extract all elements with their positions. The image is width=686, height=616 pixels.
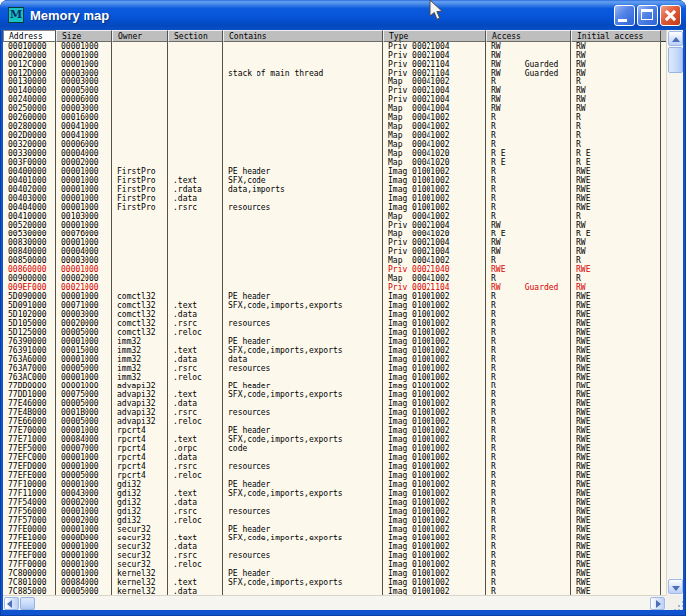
- table-row[interactable]: 0053000000076000Map 00041020R ER E: [3, 230, 666, 238]
- table-row[interactable]: 0083000000001000Priv 00021004RWRW: [3, 238, 666, 247]
- resize-grip[interactable]: [666, 595, 683, 610]
- column-header-access[interactable]: Access: [486, 30, 571, 42]
- table-row[interactable]: 0014000000005000Priv 00021004RWRW: [3, 86, 666, 95]
- table-row[interactable]: 0040400000001000FirstPro.rsrcresourcesIm…: [3, 203, 666, 212]
- table-row[interactable]: 0012C00000001000Priv 00021104RW GuardedR…: [3, 60, 666, 69]
- scroll-down-button[interactable]: [668, 579, 683, 594]
- table-row[interactable]: 77FE10000000D000secur32.textSFX,code,imp…: [3, 534, 666, 542]
- cell-owner: comctl32: [112, 292, 168, 301]
- table-row[interactable]: 77FEE00000001000secur32.dataImag 0100100…: [3, 542, 666, 551]
- table-row[interactable]: 0084000000004000Priv 00021004RWRW: [3, 247, 666, 256]
- table-row[interactable]: 5D12500000005000comctl32.relocImag 01001…: [3, 328, 666, 337]
- table-row[interactable]: 7C88500000005000kernel32.dataImag 010010…: [3, 587, 666, 595]
- cell-contains: data: [223, 355, 383, 364]
- table-row[interactable]: 5D09100000071000comctl32.textSFX,code,im…: [3, 301, 666, 310]
- table-row[interactable]: 77EFC00000001000rpcrt4.dataImag 01001002…: [3, 453, 666, 462]
- cell-type: Map 00041002: [383, 122, 486, 131]
- scroll-up-button[interactable]: [668, 31, 683, 46]
- table-row[interactable]: 77E4600000005000advapi32.dataImag 010010…: [3, 399, 666, 408]
- table-row[interactable]: 0040100000001000FirstPro.textSFX,codeIma…: [3, 176, 666, 185]
- table-row[interactable]: 7639000000001000imm32PE headerImag 01001…: [3, 337, 666, 346]
- cell-size: 00001000: [56, 238, 112, 247]
- table-row[interactable]: 77DD100000075000advapi32.textSFX,code,im…: [3, 390, 666, 399]
- table-row[interactable]: 77FF000000001000secur32.relocImag 010010…: [3, 560, 666, 569]
- table-row[interactable]: 0001000000001000Priv 00021004RWRW: [3, 42, 666, 51]
- cell-type: Imag 01001002: [383, 292, 486, 301]
- table-row[interactable]: 0040200000001000FirstPro.rdatadata,impor…: [3, 185, 666, 194]
- table-row[interactable]: 763A700000005000imm32.rsrcresourcesImag …: [3, 364, 666, 373]
- table-row[interactable]: 77EFE00000005000rpcrt4.relocImag 0100100…: [3, 471, 666, 480]
- table-row[interactable]: 7639100000015000imm32.textSFX,code,impor…: [3, 346, 666, 355]
- table-row[interactable]: 0086000000001000Priv 00021040RWERWE: [3, 265, 666, 274]
- maximize-button[interactable]: [637, 5, 658, 26]
- table-row[interactable]: 002D000000041000Map 00041002RR: [3, 131, 666, 140]
- column-header-type[interactable]: Type: [383, 30, 486, 42]
- horizontal-scrollbar[interactable]: [3, 595, 666, 610]
- table-row[interactable]: 77E7100000084000rpcrt4.textSFX,code,impo…: [3, 435, 666, 444]
- column-header-address[interactable]: Address: [3, 30, 56, 42]
- cell-address: 76391000: [3, 346, 56, 355]
- table-row[interactable]: 77F5600000001000gdi32.rsrcresourcesImag …: [3, 507, 666, 516]
- table-row[interactable]: 763AC00000001000imm32.relocImag 01001002…: [3, 373, 666, 382]
- cell-initial-access: R: [571, 140, 661, 149]
- column-header-initial-access[interactable]: Initial access: [571, 30, 661, 42]
- table-row[interactable]: 0041000000103000Map 00041002RR: [3, 212, 666, 221]
- scroll-right-button[interactable]: [650, 597, 665, 610]
- table-row[interactable]: 0013000000003000Map 00041002RR: [3, 77, 666, 86]
- close-button[interactable]: [660, 5, 681, 26]
- table-row[interactable]: 0032000000006000Map 00041002RR: [3, 140, 666, 149]
- table-row[interactable]: 5D09000000001000comctl32PE headerImag 01…: [3, 292, 666, 301]
- table-row[interactable]: 77F1100000043000gdi32.textSFX,code,impor…: [3, 489, 666, 498]
- title-bar[interactable]: M Memory map: [0, 0, 686, 30]
- table-row[interactable]: 0002000000001000Priv 00021004RWRW: [3, 51, 666, 60]
- table-row[interactable]: 77E7000000001000rpcrt4PE headerImag 0100…: [3, 426, 666, 435]
- cell-section: .data: [168, 542, 223, 551]
- table-row[interactable]: 0033000000004000Map 00041020R ER E: [3, 149, 666, 158]
- column-header-size[interactable]: Size: [56, 30, 112, 42]
- cell-access: R: [486, 525, 571, 534]
- table-row[interactable]: 0026000000016000Map 00041002RR: [3, 113, 666, 122]
- minimize-button[interactable]: [614, 5, 635, 26]
- vertical-scroll-thumb[interactable]: [668, 47, 683, 73]
- table-row[interactable]: 77EF500000007000rpcrt4.orpccodeImag 0100…: [3, 444, 666, 453]
- table-row[interactable]: 0090000000002000Map 00041002RR: [3, 274, 666, 283]
- table-row[interactable]: 77DD000000001000advapi32PE headerImag 01…: [3, 382, 666, 390]
- table-row[interactable]: 7C80100000084000kernel32.textSFX,code,im…: [3, 578, 666, 587]
- table-row[interactable]: 763A600000001000imm32.datadataImag 01001…: [3, 355, 666, 364]
- table-row[interactable]: 77F1000000001000gdi32PE headerImag 01001…: [3, 480, 666, 489]
- table-row[interactable]: 009EF00000021000Priv 00021104RW GuardedR…: [3, 283, 666, 292]
- vertical-scrollbar[interactable]: [666, 30, 683, 595]
- cell-size: 00002000: [56, 158, 112, 167]
- table-row[interactable]: 0025000000003000Map 00041004RWRW: [3, 104, 666, 113]
- table-row[interactable]: 77EFD00000001000rpcrt4.rsrcresourcesImag…: [3, 462, 666, 471]
- table-row[interactable]: 77FE000000001000secur32PE headerImag 010…: [3, 525, 666, 534]
- cell-access: RW Guarded: [486, 69, 571, 77]
- table-row[interactable]: 0085000000003000Map 00041002RR: [3, 256, 666, 265]
- cell-access: R: [486, 408, 571, 417]
- table-row[interactable]: 0040000000001000FirstProPE headerImag 01…: [3, 167, 666, 176]
- column-header-owner[interactable]: Owner: [112, 30, 168, 42]
- column-header-section[interactable]: Section: [168, 30, 223, 42]
- table-row[interactable]: 5D10200000003000comctl32.dataImag 010010…: [3, 310, 666, 319]
- cell-access: RW: [486, 42, 571, 51]
- cell-owner: [112, 122, 168, 131]
- table-row[interactable]: 77FEF00000001000secur32.rsrcresourcesIma…: [3, 551, 666, 560]
- table-row[interactable]: 7C80000000001000kernel32PE headerImag 01…: [3, 569, 666, 578]
- table-row[interactable]: 5D10500000020000comctl32.rsrcresourcesIm…: [3, 319, 666, 328]
- cell-contains: [223, 453, 383, 462]
- table-row[interactable]: 003F000000002000Map 00041020R ER E: [3, 158, 666, 167]
- table-row[interactable]: 0024000000006000Priv 00021004RWRW: [3, 95, 666, 104]
- table-row[interactable]: 0012D00000003000stack of main threadPriv…: [3, 69, 666, 77]
- cell-contains: PE header: [223, 480, 383, 489]
- table-row[interactable]: 0052000000001000Priv 00021004RWRW: [3, 221, 666, 230]
- table-row[interactable]: 0028000000041000Map 00041002RR: [3, 122, 666, 131]
- table-row[interactable]: 0040300000001000FirstPro.dataImag 010010…: [3, 194, 666, 203]
- horizontal-scroll-thumb[interactable]: [20, 597, 35, 610]
- table-row[interactable]: 77E6600000005000advapi32.relocImag 01001…: [3, 417, 666, 426]
- scroll-left-button[interactable]: [4, 597, 19, 610]
- column-header-contains[interactable]: Contains: [223, 30, 383, 42]
- table-row[interactable]: 77F5700000002000gdi32.relocImag 01001002…: [3, 516, 666, 525]
- cell-section: .reloc: [168, 373, 223, 382]
- table-row[interactable]: 77E4B0000001B000advapi32.rsrcresourcesIm…: [3, 408, 666, 417]
- table-row[interactable]: 77F5400000002000gdi32.dataImag 01001002R…: [3, 498, 666, 507]
